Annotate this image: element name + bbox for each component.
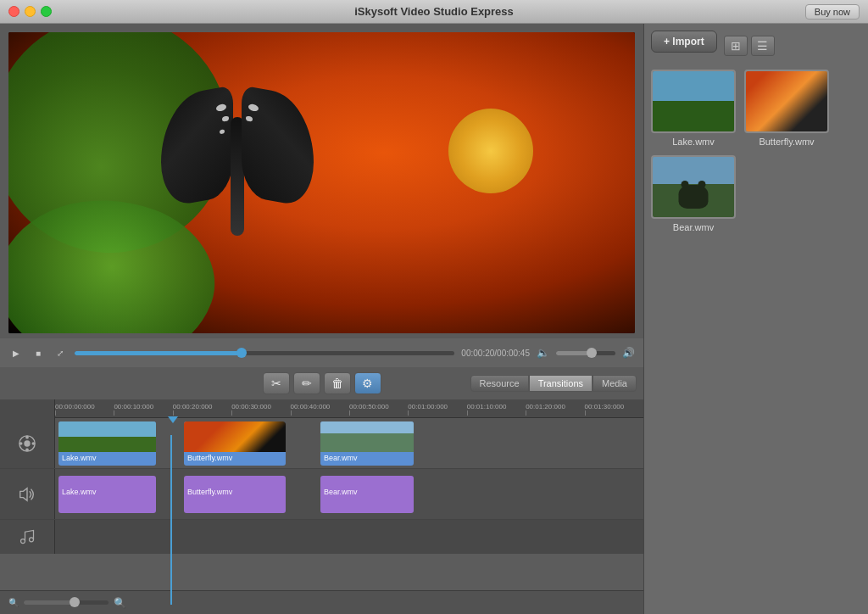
ruler-tick-2 [173, 410, 174, 416]
audio-clip-butterfly[interactable]: Butterfly.wmv [184, 476, 286, 513]
butterfly-wing-left [161, 86, 233, 209]
ruler-label-8: 00:01:20:000 [526, 403, 565, 410]
ruler-label-9: 00:01:30:000 [585, 403, 625, 410]
svg-point-5 [32, 442, 36, 445]
zoom-slider[interactable] [24, 600, 108, 605]
ruler-tick-5 [349, 410, 350, 416]
ruler-row: 00:00:00:000 00:00:10:000 00:00:20:000 [0, 399, 643, 418]
wing-spot-3 [220, 129, 225, 134]
clip-label-lake: Lake.wmv [58, 452, 156, 464]
bear-ear-left [682, 181, 689, 188]
tab-media[interactable]: Media [593, 375, 637, 392]
timeline-ruler: 00:00:00:000 00:00:10:000 00:00:20:000 [55, 399, 643, 418]
progress-thumb [236, 348, 247, 358]
media-name-lake: Lake.wmv [672, 137, 715, 147]
close-button[interactable] [8, 6, 19, 17]
ruler-mark-7: 00:01:10:000 [467, 403, 526, 416]
zoom-controls: 🔍 🔍 [0, 590, 643, 614]
playhead-line [170, 435, 172, 605]
audio-clip-bear[interactable]: Bear.wmv [320, 476, 414, 513]
ruler-label-2: 00:00:20:000 [173, 403, 213, 410]
trash-button[interactable]: 🗑 [324, 372, 351, 394]
pen-button[interactable]: ✏ [293, 372, 320, 394]
audio-label-lake: Lake.wmv [58, 476, 156, 498]
ruler-mark-4: 00:00:40:000 [291, 403, 349, 416]
volume-thumb [587, 348, 597, 358]
minimize-button[interactable] [25, 6, 36, 17]
stop-button[interactable]: ■ [31, 345, 46, 360]
video-clip-bear[interactable]: Bear.wmv [320, 421, 414, 466]
grid-view-button[interactable]: ⊞ [724, 36, 748, 56]
ruler-label-0: 00:00:00:000 [55, 403, 95, 410]
butterfly-decoration [161, 83, 314, 270]
ruler-marks: 00:00:00:000 00:00:10:000 00:00:20:000 [55, 399, 643, 417]
media-thumb-lake [651, 70, 736, 133]
wing-spot-1 [216, 103, 226, 112]
wing-spot-4 [248, 103, 259, 112]
progress-bar[interactable] [75, 351, 454, 355]
buy-now-button[interactable]: Buy now [805, 4, 860, 20]
import-button[interactable]: + Import [651, 31, 717, 53]
play-button[interactable]: ▶ [8, 345, 24, 360]
progress-fill [75, 351, 242, 355]
volume-icon: 🔈 [537, 347, 549, 359]
video-clip-butterfly[interactable]: Butterfly.wmv [184, 421, 286, 466]
traffic-lights [8, 6, 52, 17]
ruler-tick-7 [467, 410, 468, 416]
bear-ear-right [698, 181, 706, 188]
media-thumb-butterfly [744, 70, 829, 133]
maximize-button[interactable] [41, 6, 52, 17]
left-panel: ▶ ■ ⤢ 00:00:20/00:00:45 🔈 🔊 ✂ ✏ 🗑 [0, 24, 643, 614]
video-track-content: Lake.wmv Butterfly.wmv Bear.wmv [55, 418, 643, 468]
fullscreen-button[interactable]: ⤢ [53, 345, 68, 360]
svg-point-3 [25, 448, 29, 451]
ruler-tick-0 [55, 410, 56, 416]
scissors-button[interactable]: ✂ [263, 372, 290, 394]
media-grid: Lake.wmv Butterfly.wmv Bear.wmv [651, 70, 861, 232]
clip-label-bear: Bear.wmv [320, 452, 414, 464]
media-thumb-bear [651, 155, 736, 219]
volume-bar[interactable] [556, 351, 615, 355]
tab-resource[interactable]: Resource [470, 375, 529, 392]
zoom-in-icon[interactable]: 🔍 [114, 597, 126, 609]
zoom-thumb [70, 597, 80, 607]
svg-point-1 [24, 440, 30, 446]
video-track-icon [0, 418, 55, 468]
audio-clip-lake[interactable]: Lake.wmv [58, 476, 156, 513]
timeline-toolbar: ✂ ✏ 🗑 ⚙ Resource Transitions Media [0, 367, 643, 399]
clip-thumb-butterfly [184, 421, 286, 452]
ruler-mark-5: 00:00:50:000 [349, 403, 408, 416]
butterfly-wing-right [242, 86, 314, 209]
ruler-mark-8: 00:01:20:000 [526, 403, 584, 416]
audio-track-content: Lake.wmv Butterfly.wmv Bear.wmv [55, 469, 643, 519]
split-button[interactable]: ⚙ [354, 372, 381, 394]
flower-decoration [448, 109, 533, 193]
zoom-fill [24, 600, 75, 605]
clip-label-butterfly: Butterfly.wmv [184, 452, 286, 464]
music-track-content [55, 520, 643, 554]
svg-marker-6 [20, 488, 27, 500]
media-item-bear[interactable]: Bear.wmv [651, 155, 736, 232]
timeline-area: ✂ ✏ 🗑 ⚙ Resource Transitions Media [0, 367, 643, 614]
list-view-button[interactable]: ☰ [751, 36, 775, 56]
audio-label-bear: Bear.wmv [320, 476, 414, 498]
media-item-butterfly[interactable]: Butterfly.wmv [744, 70, 829, 147]
ruler-tick-1 [114, 410, 114, 416]
media-item-lake[interactable]: Lake.wmv [651, 70, 736, 147]
tab-transitions[interactable]: Transitions [529, 375, 593, 392]
ruler-mark-2: 00:00:20:000 [173, 403, 231, 416]
music-track-row [0, 520, 643, 554]
app-title: iSkysoft Video Studio Express [354, 5, 514, 18]
audio-label-butterfly: Butterfly.wmv [184, 476, 286, 498]
ruler-mark-9: 00:01:30:000 [585, 403, 643, 416]
ruler-label-6: 00:01:00:000 [408, 403, 448, 410]
zoom-out-icon[interactable]: 🔍 [8, 598, 19, 607]
ruler-tick-8 [526, 410, 526, 416]
ruler-label-3: 00:00:30:000 [231, 403, 271, 410]
speaker-icon [18, 485, 36, 504]
ruler-tick-4 [291, 410, 292, 416]
main-container: ▶ ■ ⤢ 00:00:20/00:00:45 🔈 🔊 ✂ ✏ 🗑 [0, 24, 868, 614]
media-name-butterfly: Butterfly.wmv [759, 137, 814, 147]
video-clip-lake[interactable]: Lake.wmv [58, 421, 156, 466]
ruler-left-spacer [0, 399, 55, 418]
